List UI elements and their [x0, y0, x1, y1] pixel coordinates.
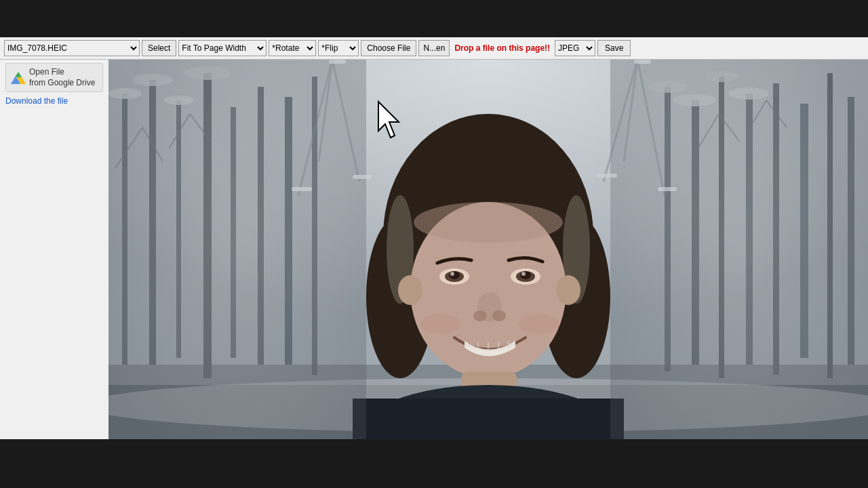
open-file-label: Open File from Google Drive [29, 67, 95, 88]
rotate-select[interactable]: *Rotate 90° CW 90° CCW 180° [269, 40, 316, 56]
top-bar [0, 0, 868, 37]
content-area: IMG_7078.HEIC Select Fit To Page Width F… [0, 37, 868, 439]
sidebar: Open File from Google Drive Download the… [0, 60, 108, 439]
bottom-bar [0, 439, 868, 488]
filename-select[interactable]: IMG_7078.HEIC [4, 40, 140, 56]
svg-marker-3 [16, 72, 22, 77]
image-area [108, 60, 868, 439]
main-image [108, 60, 868, 439]
google-drive-icon [11, 71, 26, 85]
flip-select[interactable]: *Flip Horizontal Vertical [318, 40, 359, 56]
fit-select[interactable]: Fit To Page Width Fit To Page Height Fit… [178, 40, 267, 56]
drop-text: Drop a file on this page!! [452, 43, 553, 53]
format-select[interactable]: JPEG PNG WEBP [555, 40, 595, 56]
download-link[interactable]: Download the file [5, 96, 103, 106]
choose-file-button[interactable]: Choose File [361, 40, 416, 56]
svg-rect-85 [108, 60, 868, 439]
select-button[interactable]: Select [142, 40, 176, 56]
toolbar: IMG_7078.HEIC Select Fit To Page Width F… [0, 37, 868, 60]
open-google-drive-button[interactable]: Open File from Google Drive [5, 63, 103, 92]
nen-button[interactable]: N...en [418, 40, 450, 56]
save-button[interactable]: Save [597, 40, 631, 56]
main-body: Open File from Google Drive Download the… [0, 60, 868, 439]
